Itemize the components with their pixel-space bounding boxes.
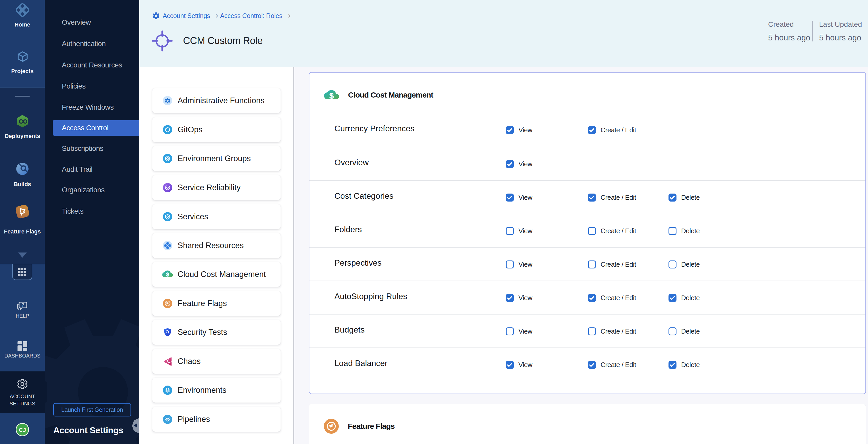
svg-text:$: $ bbox=[329, 91, 334, 100]
svg-text:?: ? bbox=[22, 303, 25, 308]
svg-text:$: $ bbox=[166, 271, 169, 278]
